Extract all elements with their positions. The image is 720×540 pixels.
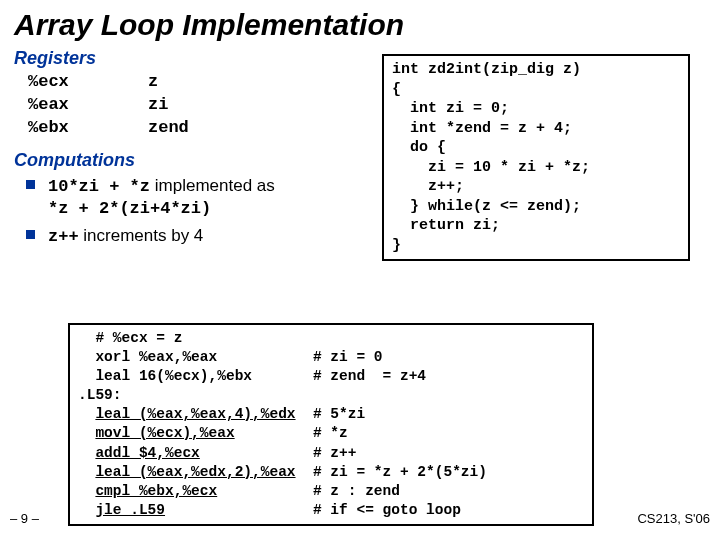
text-span: increments by 4 — [79, 226, 204, 245]
reg-name: %ecx — [28, 71, 148, 94]
text-span: implemented as — [150, 176, 275, 195]
code-span: z++ — [48, 227, 79, 246]
page-number: – 9 – — [10, 511, 39, 526]
c-code-box: int zd2int(zip_dig z) { int zi = 0; int … — [382, 54, 690, 261]
reg-var: zi — [148, 94, 168, 117]
reg-var: z — [148, 71, 158, 94]
reg-name: %ebx — [28, 117, 148, 140]
course-label: CS213, S'06 — [637, 511, 710, 526]
reg-name: %eax — [28, 94, 148, 117]
assembly-box: # %ecx = z xorl %eax,%eax # zi = 0 leal … — [68, 323, 594, 526]
reg-var: zend — [148, 117, 189, 140]
slide-title: Array Loop Implementation — [14, 8, 706, 42]
code-span: 10*zi + *z — [48, 177, 150, 196]
code-span: *z + 2*(zi+4*zi) — [48, 199, 211, 218]
